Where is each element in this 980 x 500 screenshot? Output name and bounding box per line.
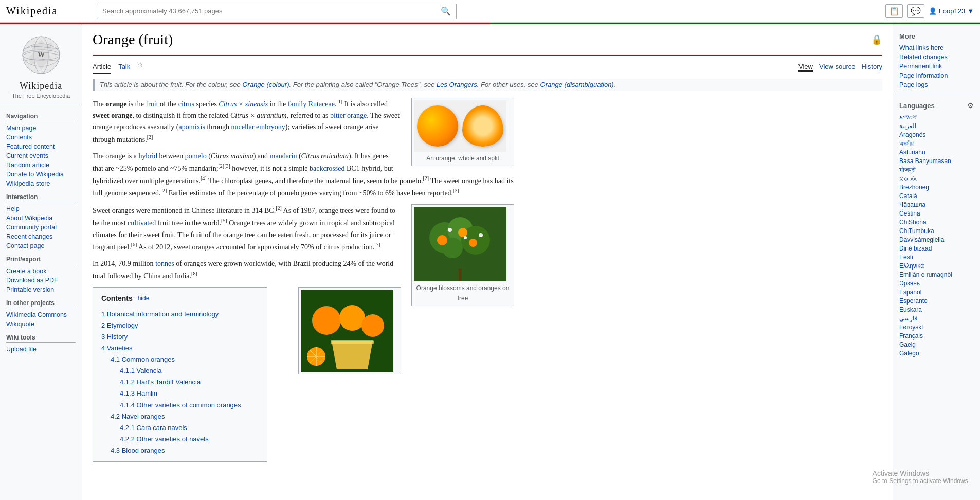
right-link-related-changes[interactable]: Related changes [899, 52, 974, 62]
toc-link-4-1-3[interactable]: 4.1.3 Hamlin [120, 389, 157, 397]
lang-link-19[interactable]: Эрзянь [899, 279, 974, 288]
toc-link-4-3[interactable]: 4.3 Blood oranges [111, 447, 165, 454]
toc-link-4-1-1[interactable]: 4.1.1 Valencia [120, 367, 161, 374]
link-tonnes[interactable]: tonnes [155, 260, 174, 267]
search-input[interactable] [97, 5, 435, 17]
tab-history[interactable]: History [862, 63, 882, 72]
lang-link-1[interactable]: العربية [899, 121, 974, 130]
link-hybrid[interactable]: hybrid [138, 152, 157, 160]
lang-link-8[interactable]: Brezhoneg [899, 183, 974, 191]
lang-link-23[interactable]: فارسی [899, 314, 974, 323]
sidebar-item-main-page[interactable]: Main page [6, 123, 76, 133]
talk-icon-button[interactable]: 💬 [907, 4, 924, 18]
toc-label-4-2-2: Other varieties of navels [137, 435, 209, 443]
link-fruit[interactable]: fruit [146, 100, 158, 108]
tab-talk[interactable]: Talk [118, 61, 130, 74]
link-citrus-sinensis[interactable]: Citrus × sinensis [219, 100, 268, 108]
sidebar-item-random-article[interactable]: Random article [6, 160, 76, 170]
lang-link-11[interactable]: Čeština [899, 209, 974, 218]
link-rutaceae[interactable]: family Rutaceae [288, 100, 335, 108]
sidebar-item-featured-content[interactable]: Featured content [6, 142, 76, 151]
toc-link-4[interactable]: 4 Varieties [101, 344, 132, 352]
link-mandarin[interactable]: mandarin [270, 152, 297, 160]
sidebar-item-donate[interactable]: Donate to Wikipedia [6, 170, 76, 179]
sidebar-item-commons[interactable]: Wikimedia Commons [6, 310, 76, 319]
sidebar-item-contact[interactable]: Contact page [6, 241, 76, 251]
lang-link-13[interactable]: ChiTumbuka [899, 226, 974, 235]
toc-hide-button[interactable]: hide [138, 294, 150, 303]
sidebar-item-recent-changes[interactable]: Recent changes [6, 232, 76, 241]
sidebar-item-create-book[interactable]: Create a book [6, 266, 76, 276]
toc-item-4-1-2: 4.1.2 Hart's Tardiff Valencia [101, 377, 259, 388]
sandbox-icon-button[interactable]: 📋 [885, 4, 903, 18]
sidebar-item-contents[interactable]: Contents [6, 133, 76, 142]
link-backcrossed[interactable]: backcrossed [310, 165, 344, 172]
lang-link-2[interactable]: Aragonés [899, 130, 974, 139]
toc-item-1: 1 Botanical information and terminology [101, 309, 259, 320]
search-button[interactable]: 🔍 [435, 4, 456, 18]
lang-link-15[interactable]: Diné bizaad [899, 244, 974, 253]
link-cultivated[interactable]: cultivated [128, 219, 156, 227]
lang-link-20[interactable]: Español [899, 288, 974, 296]
sidebar-item-help[interactable]: Help [6, 204, 76, 213]
hatnote-link-disambiguation[interactable]: Orange (disambiguation) [540, 81, 614, 88]
right-sidebar: More What links here Related changes Per… [893, 24, 980, 500]
link-citrus[interactable]: citrus [178, 100, 194, 108]
wiki-tools-section: Wiki tools Upload file [0, 331, 82, 356]
link-pomelo[interactable]: pomelo [185, 152, 207, 160]
sidebar-item-about[interactable]: About Wikipedia [6, 213, 76, 223]
star-icon[interactable]: ☆ [137, 61, 143, 74]
sidebar-item-upload-file[interactable]: Upload file [6, 345, 76, 354]
lang-link-22[interactable]: Euskara [899, 305, 974, 314]
lang-link-17[interactable]: Ελληνικά [899, 261, 974, 270]
lang-link-26[interactable]: Gaelg [899, 340, 974, 349]
sidebar-item-current-events[interactable]: Current events [6, 151, 76, 160]
orange-tree-visual [414, 207, 506, 281]
right-link-page-information[interactable]: Page information [899, 71, 974, 80]
lang-link-10[interactable]: Чӑвашла [899, 200, 974, 209]
lang-link-5[interactable]: Basa Banyumasan [899, 156, 974, 165]
toc-link-4-1-2[interactable]: 4.1.2 Hart's Tardiff Valencia [120, 378, 201, 386]
toc-link-4-1-4[interactable]: 4.1.4 Other varieties of common oranges [120, 401, 241, 409]
toc-link-4-2[interactable]: 4.2 Navel oranges [111, 413, 165, 420]
toc-link-2[interactable]: 2 Etymology [101, 322, 138, 329]
sidebar-item-wikiquote[interactable]: Wikiquote [6, 319, 76, 329]
right-link-what-links-here[interactable]: What links here [899, 43, 974, 52]
lang-link-12[interactable]: ChiShona [899, 218, 974, 226]
sidebar-item-community[interactable]: Community portal [6, 223, 76, 232]
lang-link-14[interactable]: Davvisámegiella [899, 235, 974, 244]
toc-link-1[interactable]: 1 Botanical information and terminology [101, 310, 219, 318]
lang-link-24[interactable]: Føroyskt [899, 323, 974, 331]
lang-link-7[interactable]: ᨅᨔ ᨕᨗ [899, 174, 974, 183]
lang-link-16[interactable]: Eesti [899, 253, 974, 261]
toc-link-4-1[interactable]: 4.1 Common oranges [111, 355, 175, 363]
sidebar-item-download-pdf[interactable]: Download as PDF [6, 276, 76, 285]
hatnote-link-colour[interactable]: Orange (colour) [242, 81, 289, 88]
link-bitter-orange[interactable]: bitter orange [330, 112, 367, 119]
toc-link-4-2-2[interactable]: 4.2.2 Other varieties of navels [120, 435, 209, 443]
orange-juice-svg [301, 290, 393, 372]
tab-article[interactable]: Article [93, 61, 111, 74]
sidebar-item-printable[interactable]: Printable version [6, 285, 76, 294]
languages-gear-icon[interactable]: ⚙ [967, 101, 974, 110]
link-apomixis[interactable]: apomixis [179, 123, 205, 131]
lang-link-6[interactable]: भोजपुरी [899, 165, 974, 174]
toc-link-3[interactable]: 3 History [101, 333, 128, 341]
user-menu-button[interactable]: 👤 Foop123 ▼ [929, 7, 974, 15]
lang-link-3[interactable]: অসমীয়া [899, 139, 974, 148]
lang-link-25[interactable]: Français [899, 331, 974, 340]
tab-view[interactable]: View [798, 63, 813, 72]
lang-link-27[interactable]: Galego [899, 349, 974, 358]
lang-link-21[interactable]: Esperanto [899, 296, 974, 305]
right-link-page-logs[interactable]: Page logs [899, 80, 974, 90]
sidebar-item-store[interactable]: Wikipedia store [6, 179, 76, 188]
lang-link-0[interactable]: አማርኛ [899, 113, 974, 121]
link-nucellar-embryony[interactable]: nucellar embryony [231, 123, 285, 131]
lang-link-9[interactable]: Català [899, 191, 974, 200]
tab-view-source[interactable]: View source [819, 63, 856, 72]
right-link-permanent-link[interactable]: Permanent link [899, 62, 974, 71]
toc-link-4-2-1[interactable]: 4.2.1 Cara cara navels [120, 424, 187, 432]
hatnote-link-les-orangers[interactable]: Les Orangers [437, 81, 477, 88]
lang-link-4[interactable]: Asturianu [899, 148, 974, 156]
lang-link-18[interactable]: Emiliàn e rumagnòl [899, 270, 974, 279]
